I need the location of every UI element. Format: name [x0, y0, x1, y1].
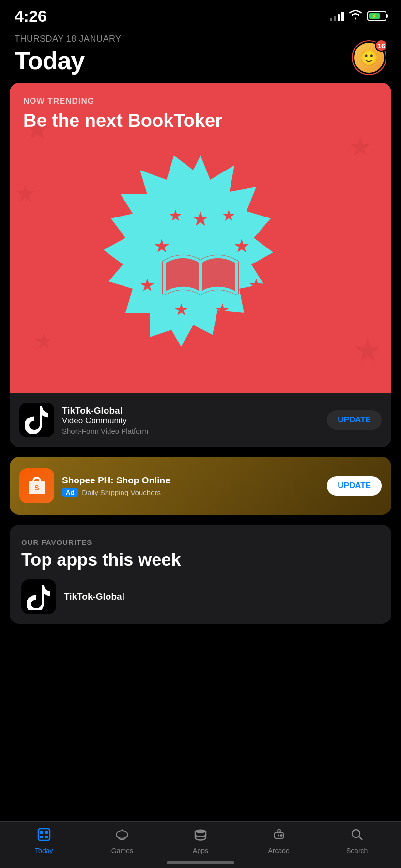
stars-background: ★ ★ ★ ★ ★: [10, 83, 391, 393]
shopee-ad-row: Ad Daily Shipping Vouchers: [62, 488, 319, 497]
status-bar: 4:26 ⚡: [0, 0, 401, 29]
svg-text:S: S: [34, 484, 39, 492]
svg-rect-14: [38, 829, 50, 840]
shopee-card[interactable]: S Shopee PH: Shop Online Ad Daily Shippi…: [10, 457, 391, 515]
header-left: THURSDAY 18 JANUARY Today: [15, 34, 122, 75]
status-icons: ⚡: [330, 9, 386, 23]
main-content: NOW TRENDING Be the next BookToker ★ ★ ★…: [0, 83, 401, 624]
fav-app-row: TikTok-Global: [21, 579, 380, 614]
trending-card[interactable]: NOW TRENDING Be the next BookToker ★ ★ ★…: [10, 83, 391, 447]
status-time: 4:26: [15, 7, 46, 26]
favourites-label: OUR FAVOURITES: [21, 538, 380, 546]
page-title: Today: [15, 46, 122, 75]
svg-rect-15: [40, 831, 43, 834]
date-label: THURSDAY 18 JANUARY: [15, 34, 122, 44]
svg-rect-18: [45, 836, 48, 838]
shopee-update-button[interactable]: UPDATE: [327, 476, 382, 496]
svg-point-20: [195, 830, 206, 833]
fav-app-name: TikTok-Global: [64, 591, 124, 602]
tiktok-update-button[interactable]: UPDATE: [327, 410, 382, 430]
svg-point-25: [280, 835, 282, 836]
favourites-card[interactable]: OUR FAVOURITES Top apps this week TikTok…: [10, 525, 391, 624]
today-tab-icon: [37, 827, 51, 844]
tiktok-app-icon: [19, 403, 54, 437]
home-indicator: [167, 861, 234, 864]
shopee-app-name: Shopee PH: Shop Online: [62, 475, 319, 486]
battery-icon: ⚡: [367, 11, 386, 21]
arcade-tab-icon: [272, 827, 286, 844]
svg-point-26: [352, 830, 360, 837]
signal-bars-icon: [330, 11, 344, 21]
shopee-app-icon: S: [19, 468, 54, 503]
trending-banner: NOW TRENDING Be the next BookToker ★ ★ ★…: [10, 83, 391, 393]
arcade-tab-label: Arcade: [268, 847, 289, 854]
tiktok-app-subtitle: Video Community: [62, 416, 319, 426]
fav-tiktok-icon: [21, 579, 56, 614]
tab-today[interactable]: Today: [5, 827, 83, 854]
today-tab-label: Today: [35, 847, 53, 854]
search-tab-label: Search: [346, 847, 368, 854]
games-tab-icon: [115, 827, 129, 844]
tiktok-app-details: TikTok-Global Video Community Short-Form…: [62, 405, 319, 435]
svg-rect-16: [45, 831, 48, 834]
wifi-icon: [349, 9, 362, 23]
tab-apps[interactable]: Apps: [161, 827, 240, 854]
games-tab-label: Games: [111, 847, 133, 854]
tab-games[interactable]: Games: [83, 827, 162, 854]
avatar-container[interactable]: 🙂 16: [352, 40, 386, 75]
tiktok-app-category: Short-Form Video Platform: [62, 427, 319, 435]
ad-badge: Ad: [62, 488, 78, 497]
favourites-title: Top apps this week: [21, 550, 380, 570]
tab-search[interactable]: Search: [318, 827, 396, 854]
svg-line-27: [359, 837, 362, 840]
shopee-app-details: Shopee PH: Shop Online Ad Daily Shipping…: [62, 475, 319, 497]
tiktok-app-row[interactable]: TikTok-Global Video Community Short-Form…: [10, 393, 391, 447]
svg-point-22: [278, 829, 280, 832]
shopee-subtitle: Daily Shipping Vouchers: [82, 488, 161, 496]
page-header: THURSDAY 18 JANUARY Today 🙂 16: [0, 29, 401, 83]
apps-tab-label: Apps: [193, 847, 208, 854]
tiktok-app-name: TikTok-Global: [62, 405, 319, 416]
search-tab-icon: [350, 827, 364, 844]
tab-arcade[interactable]: Arcade: [240, 827, 318, 854]
svg-rect-17: [40, 836, 43, 838]
notification-badge: 16: [375, 39, 387, 52]
apps-tab-icon: [193, 827, 208, 844]
